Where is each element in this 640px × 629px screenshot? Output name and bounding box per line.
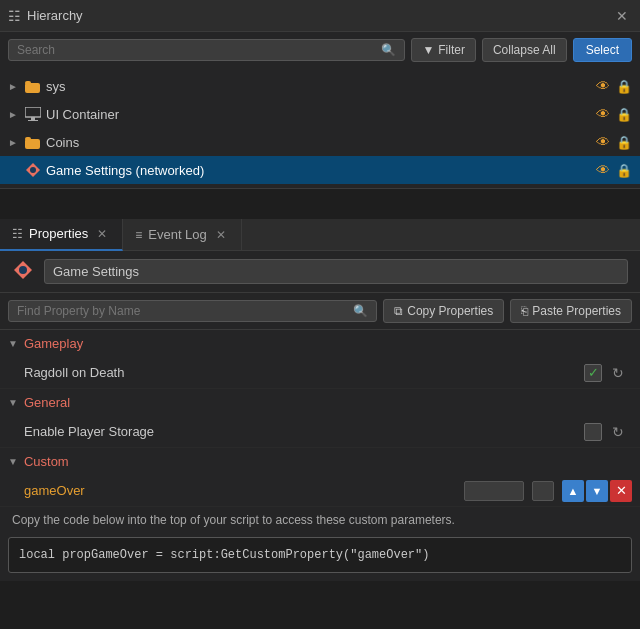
copy-properties-button[interactable]: ⧉ Copy Properties — [383, 299, 504, 323]
code-snippet: local propGameOver = script:GetCustomPro… — [19, 548, 429, 562]
collapse-all-button[interactable]: Collapse All — [482, 38, 567, 62]
spacer — [0, 189, 640, 219]
general-chevron-icon: ▼ — [8, 397, 18, 408]
custom-prop-value-2-gameover[interactable] — [532, 481, 554, 501]
hierarchy-header-title: ☷ Hierarchy — [8, 8, 612, 24]
copy-icon: ⧉ — [394, 304, 403, 318]
prop-object-header — [0, 251, 640, 293]
properties-tab-icon: ☷ — [12, 227, 23, 241]
move-up-button[interactable]: ▲ — [562, 480, 584, 502]
eye-icon-game-settings[interactable]: 👁 — [596, 162, 610, 178]
prop-search-bar: 🔍 ⧉ Copy Properties ⎗ Paste Properties — [0, 293, 640, 330]
eventlog-tab-close[interactable]: ✕ — [213, 227, 229, 243]
hierarchy-search-box: 🔍 — [8, 39, 405, 61]
svg-point-10 — [19, 266, 27, 274]
eventlog-tab-label: Event Log — [148, 227, 207, 242]
eye-icon-coins[interactable]: 👁 — [596, 134, 610, 150]
prop-name-enable-storage: Enable Player Storage — [24, 424, 584, 439]
prop-search-input-wrap: 🔍 — [8, 300, 377, 322]
lock-icon-coins[interactable]: 🔒 — [616, 135, 632, 150]
svg-rect-2 — [25, 107, 41, 117]
object-icon — [12, 259, 34, 284]
chevron-coins: ► — [8, 137, 24, 148]
tab-properties[interactable]: ☷ Properties ✕ — [0, 219, 123, 251]
custom-prop-name-gameover: gameOver — [24, 483, 456, 498]
gamesettings-icon — [24, 162, 42, 178]
properties-tab-label: Properties — [29, 226, 88, 241]
hierarchy-header: ☷ Hierarchy ✕ — [0, 0, 640, 32]
properties-content: ▼ Gameplay Ragdoll on Death ✓ ↻ ▼ Genera… — [0, 330, 640, 581]
paste-properties-button[interactable]: ⎗ Paste Properties — [510, 299, 632, 323]
properties-tab-close[interactable]: ✕ — [94, 226, 110, 242]
filter-label: Filter — [438, 43, 465, 57]
custom-prop-value-1-gameover[interactable] — [464, 481, 524, 501]
paste-icon: ⎗ — [521, 304, 528, 318]
eye-icon-sys[interactable]: 👁 — [596, 78, 610, 94]
prop-row-ragdoll: Ragdoll on Death ✓ ↻ — [0, 357, 640, 389]
folder-icon-coins — [24, 136, 42, 149]
code-block: local propGameOver = script:GetCustomPro… — [8, 537, 632, 573]
lock-icon-sys[interactable]: 🔒 — [616, 79, 632, 94]
hierarchy-title: Hierarchy — [27, 8, 83, 23]
tree-item-ui-container[interactable]: ► UI Container 👁 🔒 — [0, 100, 640, 128]
tree-item-game-settings[interactable]: ► Game Settings (networked) 👁 🔒 — [0, 156, 640, 184]
prop-row-enable-storage: Enable Player Storage ↻ — [0, 416, 640, 448]
section-general: ▼ General Enable Player Storage ↻ — [0, 389, 640, 448]
prop-value-ragdoll: ✓ ↻ — [584, 363, 628, 383]
hierarchy-search-input[interactable] — [17, 43, 381, 57]
copy-properties-label: Copy Properties — [407, 304, 493, 318]
custom-action-buttons: ▲ ▼ ✕ — [562, 480, 632, 502]
monitor-icon-ui-container — [24, 107, 42, 121]
filter-button[interactable]: ▼ Filter — [411, 38, 476, 62]
hierarchy-panel: ☷ Hierarchy ✕ 🔍 ▼ Filter Collapse All Se… — [0, 0, 640, 189]
move-down-button[interactable]: ▼ — [586, 480, 608, 502]
select-button[interactable]: Select — [573, 38, 632, 62]
lock-icon-game-settings[interactable]: 🔒 — [616, 163, 632, 178]
object-name-input[interactable] — [44, 259, 628, 284]
checkbox-enable-storage[interactable] — [584, 423, 602, 441]
reset-ragdoll-button[interactable]: ↻ — [608, 363, 628, 383]
tree-item-sys[interactable]: ► sys 👁 🔒 — [0, 72, 640, 100]
svg-rect-4 — [28, 120, 38, 121]
section-custom-header[interactable]: ▼ Custom — [0, 448, 640, 475]
gameplay-section-title: Gameplay — [24, 336, 83, 351]
tree-actions-game-settings: 👁 🔒 — [596, 162, 632, 178]
folder-icon-sys — [24, 80, 42, 93]
code-hint-text: Copy the code below into the top of your… — [0, 507, 640, 533]
hierarchy-close-button[interactable]: ✕ — [612, 7, 632, 25]
section-custom: ▼ Custom gameOver ▲ ▼ ✕ — [0, 448, 640, 507]
tree-label-sys: sys — [46, 79, 596, 94]
section-gameplay-header[interactable]: ▼ Gameplay — [0, 330, 640, 357]
lock-icon-ui-container[interactable]: 🔒 — [616, 107, 632, 122]
hierarchy-search-icon: 🔍 — [381, 43, 396, 57]
svg-rect-6 — [25, 137, 31, 141]
section-general-header[interactable]: ▼ General — [0, 389, 640, 416]
tree-item-coins[interactable]: ► Coins 👁 🔒 — [0, 128, 640, 156]
tree-label-game-settings: Game Settings (networked) — [46, 163, 596, 178]
prop-search-input[interactable] — [17, 304, 353, 318]
tab-event-log[interactable]: ≡ Event Log ✕ — [123, 219, 242, 251]
paste-properties-label: Paste Properties — [532, 304, 621, 318]
checkbox-ragdoll[interactable]: ✓ — [584, 364, 602, 382]
tree-actions-coins: 👁 🔒 — [596, 134, 632, 150]
svg-point-8 — [30, 167, 36, 173]
tabs-bar: ☷ Properties ✕ ≡ Event Log ✕ — [0, 219, 640, 251]
tree-label-ui-container: UI Container — [46, 107, 596, 122]
section-gameplay: ▼ Gameplay Ragdoll on Death ✓ ↻ — [0, 330, 640, 389]
eventlog-tab-icon: ≡ — [135, 228, 142, 242]
reset-enable-storage-button[interactable]: ↻ — [608, 422, 628, 442]
general-section-title: General — [24, 395, 70, 410]
properties-panel: ☷ Properties ✕ ≡ Event Log ✕ 🔍 ⧉ Copy Pr… — [0, 219, 640, 581]
custom-chevron-icon: ▼ — [8, 456, 18, 467]
tree-actions-ui-container: 👁 🔒 — [596, 106, 632, 122]
filter-icon: ▼ — [422, 43, 434, 57]
prop-value-enable-storage: ↻ — [584, 422, 628, 442]
chevron-ui-container: ► — [8, 109, 24, 120]
svg-rect-1 — [25, 81, 31, 85]
chevron-sys: ► — [8, 81, 24, 92]
eye-icon-ui-container[interactable]: 👁 — [596, 106, 610, 122]
gameplay-chevron-icon: ▼ — [8, 338, 18, 349]
remove-button[interactable]: ✕ — [610, 480, 632, 502]
tree-label-coins: Coins — [46, 135, 596, 150]
custom-section-title: Custom — [24, 454, 69, 469]
